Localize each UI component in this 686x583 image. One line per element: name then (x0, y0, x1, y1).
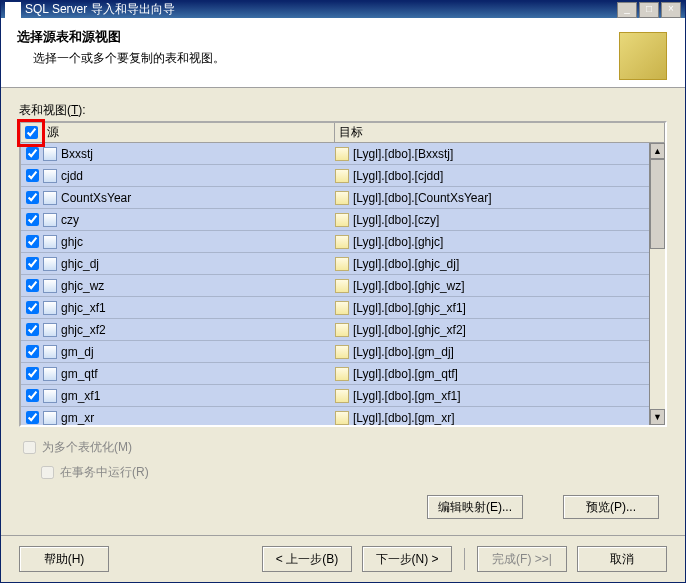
minimize-button[interactable]: _ (617, 2, 637, 18)
row-checkbox[interactable] (26, 191, 39, 204)
next-button[interactable]: 下一步(N) > (362, 546, 452, 572)
wizard-footer: 帮助(H) < 上一步(B) 下一步(N) > 完成(F) >>| 取消 (1, 535, 685, 582)
row-checkbox[interactable] (26, 235, 39, 248)
source-name: gm_xr (61, 411, 94, 425)
optimize-label: 为多个表优化(M) (42, 439, 132, 456)
close-button[interactable]: × (661, 2, 681, 18)
edit-mapping-button[interactable]: 编辑映射(E)... (427, 495, 523, 519)
source-name: ghjc (61, 235, 83, 249)
preview-button[interactable]: 预览(P)... (563, 495, 659, 519)
target-icon (335, 345, 349, 359)
table-row[interactable]: gm_xf1[Lygl].[dbo].[gm_xf1] (21, 385, 665, 407)
optimize-option: 为多个表优化(M) (23, 439, 663, 456)
row-checkbox[interactable] (26, 301, 39, 314)
table-row[interactable]: ghjc[Lygl].[dbo].[ghjc] (21, 231, 665, 253)
options-area: 为多个表优化(M) 在事务中运行(R) 编辑映射(E)... 预览(P)... (19, 427, 667, 525)
table-icon (43, 257, 57, 271)
nav-divider (464, 548, 465, 570)
transaction-option: 在事务中运行(R) (23, 464, 663, 481)
target-icon (335, 389, 349, 403)
col-header-target[interactable]: 目标 (335, 123, 665, 142)
target-name: [Lygl].[dbo].[czy] (353, 213, 439, 227)
table-icon (43, 389, 57, 403)
target-icon (335, 147, 349, 161)
row-checkbox[interactable] (26, 411, 39, 424)
source-name: cjdd (61, 169, 83, 183)
table-row[interactable]: gm_xr[Lygl].[dbo].[gm_xr] (21, 407, 665, 425)
source-name: Bxxstj (61, 147, 93, 161)
table-row[interactable]: cjdd[Lygl].[dbo].[cjdd] (21, 165, 665, 187)
row-checkbox[interactable] (26, 323, 39, 336)
row-checkbox[interactable] (26, 279, 39, 292)
page-subtitle: 选择一个或多个要复制的表和视图。 (17, 50, 225, 67)
col-header-source[interactable]: 源 (43, 123, 335, 142)
grid-header: 源 目标 (21, 123, 665, 143)
target-icon (335, 279, 349, 293)
target-name: [Lygl].[dbo].[ghjc_dj] (353, 257, 459, 271)
scroll-down-button[interactable]: ▼ (650, 409, 665, 425)
wizard-header: 选择源表和源视图 选择一个或多个要复制的表和视图。 (1, 18, 685, 88)
table-row[interactable]: ghjc_xf1[Lygl].[dbo].[ghjc_xf1] (21, 297, 665, 319)
source-name: ghjc_xf2 (61, 323, 106, 337)
target-icon (335, 213, 349, 227)
row-checkbox[interactable] (26, 345, 39, 358)
table-icon (43, 235, 57, 249)
optimize-checkbox (23, 441, 36, 454)
target-name: [Lygl].[dbo].[cjdd] (353, 169, 443, 183)
transaction-label: 在事务中运行(R) (60, 464, 149, 481)
target-name: [Lygl].[dbo].[Bxxstj] (353, 147, 453, 161)
titlebar: SQL Server 导入和导出向导 _ □ × (1, 1, 685, 18)
action-buttons: 编辑映射(E)... 预览(P)... (23, 489, 663, 521)
source-name: ghjc_wz (61, 279, 104, 293)
table-icon (43, 323, 57, 337)
vertical-scrollbar[interactable]: ▲ ▼ (649, 143, 665, 425)
table-row[interactable]: ghjc_dj[Lygl].[dbo].[ghjc_dj] (21, 253, 665, 275)
table-icon (43, 345, 57, 359)
col-header-checkbox[interactable] (21, 123, 43, 142)
target-icon (335, 191, 349, 205)
page-title: 选择源表和源视图 (17, 28, 225, 46)
target-name: [Lygl].[dbo].[gm_dj] (353, 345, 454, 359)
target-icon (335, 301, 349, 315)
target-icon (335, 323, 349, 337)
transaction-checkbox (41, 466, 54, 479)
table-icon (43, 213, 57, 227)
target-icon (335, 257, 349, 271)
table-row[interactable]: gm_qtf[Lygl].[dbo].[gm_qtf] (21, 363, 665, 385)
window-controls: _ □ × (617, 2, 681, 18)
row-checkbox[interactable] (26, 169, 39, 182)
table-icon (43, 147, 57, 161)
target-icon (335, 367, 349, 381)
target-name: [Lygl].[dbo].[gm_xf1] (353, 389, 461, 403)
table-row[interactable]: gm_dj[Lygl].[dbo].[gm_dj] (21, 341, 665, 363)
target-name: [Lygl].[dbo].[ghjc_wz] (353, 279, 465, 293)
row-checkbox[interactable] (26, 389, 39, 402)
target-name: [Lygl].[dbo].[ghjc_xf2] (353, 323, 466, 337)
row-checkbox[interactable] (26, 367, 39, 380)
scroll-track[interactable] (650, 159, 665, 409)
scroll-thumb[interactable] (650, 159, 665, 249)
table-row[interactable]: Bxxstj[Lygl].[dbo].[Bxxstj] (21, 143, 665, 165)
row-checkbox[interactable] (26, 257, 39, 270)
maximize-button[interactable]: □ (639, 2, 659, 18)
row-checkbox[interactable] (26, 147, 39, 160)
source-name: ghjc_dj (61, 257, 99, 271)
table-icon (43, 301, 57, 315)
help-button[interactable]: 帮助(H) (19, 546, 109, 572)
wizard-window: SQL Server 导入和导出向导 _ □ × 选择源表和源视图 选择一个或多… (0, 0, 686, 583)
target-name: [Lygl].[dbo].[CountXsYear] (353, 191, 492, 205)
cancel-button[interactable]: 取消 (577, 546, 667, 572)
row-checkbox[interactable] (26, 213, 39, 226)
back-button[interactable]: < 上一步(B) (262, 546, 352, 572)
table-row[interactable]: ghjc_xf2[Lygl].[dbo].[ghjc_xf2] (21, 319, 665, 341)
source-name: gm_xf1 (61, 389, 100, 403)
window-title: SQL Server 导入和导出向导 (25, 1, 617, 18)
tables-grid: 源 目标 Bxxstj[Lygl].[dbo].[Bxxstj]cjdd[Lyg… (19, 121, 667, 427)
select-all-checkbox[interactable] (25, 126, 38, 139)
target-icon (335, 235, 349, 249)
table-row[interactable]: czy[Lygl].[dbo].[czy] (21, 209, 665, 231)
table-row[interactable]: ghjc_wz[Lygl].[dbo].[ghjc_wz] (21, 275, 665, 297)
table-row[interactable]: CountXsYear[Lygl].[dbo].[CountXsYear] (21, 187, 665, 209)
table-icon (43, 279, 57, 293)
scroll-up-button[interactable]: ▲ (650, 143, 665, 159)
